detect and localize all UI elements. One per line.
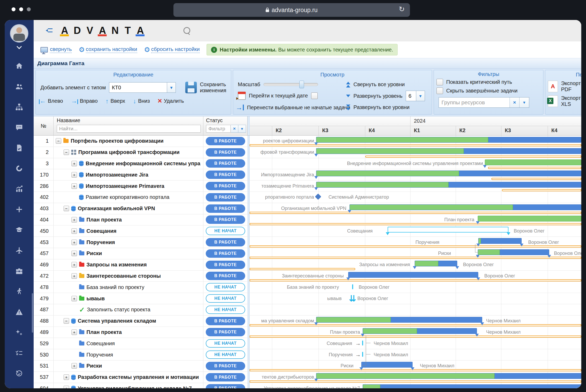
- table-row[interactable]: 529СовещанияНЕ НАЧАТСовещания→Чернов Мих…: [34, 338, 581, 349]
- element-type-select[interactable]: КТ0 ▼: [109, 82, 176, 93]
- column-splitter[interactable]: [248, 169, 250, 180]
- expand-toggle[interactable]: +: [71, 251, 77, 256]
- status-badge[interactable]: В РАБОТЕ: [206, 249, 245, 258]
- expand-toggle[interactable]: +: [71, 217, 77, 223]
- table-row[interactable]: 537+Разработка системы управления и моти…: [34, 372, 581, 383]
- row-name-cell[interactable]: +Риски: [54, 248, 203, 259]
- collapse-all-label[interactable]: Свернуть все уровни: [353, 81, 405, 87]
- status-badge[interactable]: В РАБОТЕ: [206, 204, 245, 213]
- table-row[interactable]: 286+Импортозамещение PrimaveraВ РАБОТЕто…: [34, 180, 581, 192]
- chevron-down-icon[interactable]: ▼: [167, 82, 176, 92]
- critical-path-checkbox[interactable]: [436, 79, 443, 85]
- row-name-cell[interactable]: +План проекта: [54, 214, 203, 225]
- expand-toggle[interactable]: −: [64, 206, 69, 211]
- avatar[interactable]: [10, 24, 28, 43]
- status-badge[interactable]: В РАБОТЕ: [206, 148, 245, 157]
- row-name-cell[interactable]: −Портфель проектов цифровизации: [54, 136, 203, 147]
- gantt-bar[interactable]: [363, 328, 477, 334]
- status-badge[interactable]: НЕ НАЧАТ: [206, 283, 245, 291]
- row-name-cell[interactable]: −Система управления складом: [54, 316, 203, 327]
- table-row[interactable]: 487✓Заполнить статус проектаНЕ НАЧАТ: [34, 304, 581, 316]
- row-name-cell[interactable]: −Организация мобильной VPN: [54, 203, 203, 214]
- row-name-cell[interactable]: Совещания: [54, 338, 203, 349]
- gantt-bar[interactable]: [478, 216, 581, 221]
- expand-toggle[interactable]: +: [71, 296, 77, 301]
- table-row[interactable]: 604+Установка видеонаблюдения на складе …: [34, 383, 581, 388]
- clear-filter-icon[interactable]: ×: [231, 125, 238, 133]
- window-dot[interactable]: [12, 7, 16, 11]
- column-splitter[interactable]: [248, 203, 250, 214]
- slider-knob[interactable]: [299, 81, 304, 88]
- save-changes-label[interactable]: Сохранить изменения: [200, 81, 231, 94]
- row-name-cell[interactable]: +Совещания: [54, 225, 203, 236]
- refresh-icon[interactable]: ↻: [399, 5, 405, 13]
- checklist-icon[interactable]: [15, 349, 23, 357]
- gantt-bar[interactable]: [349, 204, 581, 210]
- expand-level-icon[interactable]: [346, 95, 350, 97]
- status-badge[interactable]: НЕ НАЧАТ: [206, 306, 245, 314]
- hide-done-label[interactable]: Скрыть завершённые задачи: [446, 88, 517, 94]
- gantt-bar[interactable]: [316, 137, 581, 143]
- row-name-cell[interactable]: +Импортозамещение Primavera: [54, 180, 203, 192]
- expand-toggle[interactable]: +: [71, 329, 77, 335]
- column-splitter[interactable]: [248, 271, 250, 282]
- status-badge[interactable]: В РАБОТЕ: [206, 238, 245, 246]
- graduation-cap-icon[interactable]: [15, 226, 23, 234]
- expand-toggle[interactable]: +: [71, 262, 77, 267]
- expand-toggle[interactable]: −: [56, 138, 61, 144]
- move-right-button[interactable]: →Вправо: [71, 98, 98, 104]
- gantt-bar[interactable]: [316, 182, 581, 188]
- expand-toggle[interactable]: −: [64, 149, 69, 155]
- column-splitter[interactable]: [248, 327, 250, 338]
- expand-toggle[interactable]: +: [71, 161, 77, 166]
- table-row[interactable]: 1−Портфель проектов цифровизацииВ РАБОТЕ…: [34, 136, 581, 147]
- status-badge[interactable]: НЕ НАЧАТ: [206, 227, 245, 235]
- gantt-bar[interactable]: [485, 159, 581, 165]
- chat-icon[interactable]: [15, 123, 23, 131]
- table-row[interactable]: 489+План проектаВ РАБОТЕПлан проектаЧерн…: [34, 327, 581, 338]
- column-splitter[interactable]: [248, 259, 250, 270]
- row-name-cell[interactable]: +Установка видеонаблюдения на складе №7: [54, 383, 203, 388]
- expand-toggle[interactable]: +: [71, 273, 77, 279]
- table-row[interactable]: 531+РискиВ РАБОТЕРискиЧернов Михаил: [34, 360, 581, 372]
- status-badge[interactable]: В РАБОТЕ: [206, 215, 245, 224]
- status-badge[interactable]: В РАБОТЕ: [206, 272, 245, 280]
- column-splitter[interactable]: [248, 237, 250, 248]
- expand-toggle[interactable]: +: [71, 228, 77, 234]
- status-badge[interactable]: В РАБОТЕ: [206, 362, 245, 370]
- status-badge[interactable]: НЕ НАЧАТ: [206, 350, 245, 359]
- table-row[interactable]: 170+Импортозамещение JiraВ РАБОТЕИмпорто…: [34, 169, 581, 180]
- users-icon[interactable]: [15, 82, 23, 90]
- export-xls-label[interactable]: Экспорт в XLS: [561, 95, 581, 107]
- column-splitter[interactable]: [248, 360, 250, 372]
- document-check-icon[interactable]: [15, 144, 23, 152]
- save-icon[interactable]: [185, 82, 197, 93]
- chevron-down-icon[interactable]: ▼: [519, 97, 529, 107]
- status-badge[interactable]: НЕ НАЧАТ: [206, 339, 245, 348]
- gantt-bar[interactable]: [478, 249, 549, 255]
- row-name-cell[interactable]: +Внедрение информационной системы упра: [54, 158, 203, 169]
- status-badge[interactable]: В РАБОТЕ: [206, 373, 245, 381]
- warning-icon[interactable]: [15, 308, 23, 316]
- table-row[interactable]: 469+Запросы на измененияВ РАБОТЕЗапросы …: [34, 259, 581, 271]
- column-header-num[interactable]: №: [34, 116, 54, 135]
- walking-person-icon[interactable]: [15, 287, 23, 295]
- expand-toggle[interactable]: +: [71, 363, 77, 369]
- briefcase-icon[interactable]: [15, 267, 23, 275]
- status-badge[interactable]: В РАБОТЕ: [206, 317, 245, 325]
- chevron-down-icon[interactable]: ▼: [238, 125, 246, 133]
- table-row[interactable]: 457+РискиВ РАБОТЕРискиВоронов Олег: [34, 248, 581, 259]
- table-row[interactable]: 472+Заинтересованные стороныВ РАБОТЕЗаин…: [34, 271, 581, 282]
- row-name-cell[interactable]: +Импортозамещение Jira: [54, 169, 203, 180]
- expand-all-label[interactable]: Развернуть все уровни: [353, 104, 410, 110]
- gantt-bar[interactable]: [316, 317, 482, 323]
- expand-toggle[interactable]: −: [64, 318, 69, 324]
- window-dot[interactable]: [27, 7, 31, 11]
- plus-icon[interactable]: [15, 205, 23, 213]
- window-controls[interactable]: [12, 7, 31, 11]
- row-name-cell[interactable]: Развитие корпоративного портала: [54, 192, 203, 203]
- save-settings-link[interactable]: ⚙✓ сохранить настройки: [79, 46, 137, 53]
- delete-button[interactable]: ×Удалить: [158, 98, 184, 104]
- status-badge[interactable]: В РАБОТЕ: [206, 137, 245, 145]
- expand-toggle[interactable]: +: [71, 172, 77, 178]
